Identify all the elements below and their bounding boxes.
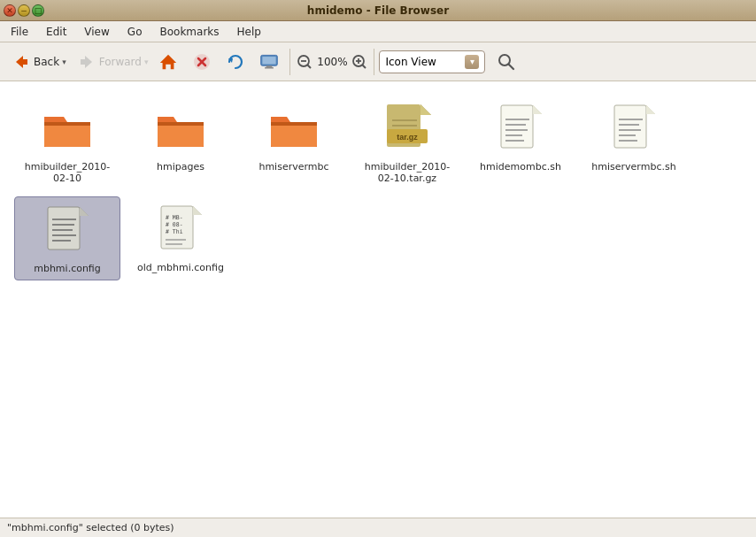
home-icon xyxy=(158,52,178,72)
reload-icon xyxy=(226,52,245,72)
file-item-mbhmi-config[interactable]: mbhmi.config xyxy=(14,196,120,280)
stop-button[interactable] xyxy=(186,49,218,75)
folder-icon-hmibuilder xyxy=(39,101,96,157)
forward-button[interactable]: Forward ▾ xyxy=(71,49,151,75)
search-button[interactable] xyxy=(494,50,519,74)
svg-rect-11 xyxy=(266,65,273,67)
folder-icon-hmipages xyxy=(152,101,209,157)
script-icon-hmidemombc xyxy=(492,101,549,157)
view-dropdown-arrow-icon: ▾ xyxy=(465,55,479,69)
file-item-old-mbhmi-config[interactable]: # MB- # 08- # Thi old_mbhmi.config xyxy=(127,196,234,280)
svg-rect-25 xyxy=(158,124,204,147)
file-item-hmiservermbc-sh[interactable]: hmiservermbc.sh xyxy=(581,96,687,189)
svg-rect-43 xyxy=(614,105,646,148)
file-label-hmidemombc: hmidemombc.sh xyxy=(480,161,561,173)
svg-text:# Thi: # Thi xyxy=(166,228,183,235)
svg-line-19 xyxy=(362,65,366,68)
svg-marker-61 xyxy=(193,206,202,215)
svg-rect-51 xyxy=(48,207,80,249)
menu-bookmarks[interactable]: Bookmarks xyxy=(152,24,226,40)
separator-1 xyxy=(289,49,290,75)
forward-dropdown-arrow[interactable]: ▾ xyxy=(144,58,149,66)
separator-2 xyxy=(374,49,374,75)
zoom-level: 100% xyxy=(316,56,348,68)
back-dropdown-arrow[interactable]: ▾ xyxy=(62,58,66,66)
computer-icon xyxy=(259,52,279,72)
file-label-hmiservermbc: hmiservermbc xyxy=(258,161,328,173)
zoom-controls: 100% xyxy=(295,52,369,72)
svg-text:# MB-: # MB- xyxy=(166,214,183,221)
svg-marker-30 xyxy=(420,104,431,115)
status-text: "mbhmi.config" selected (0 bytes) xyxy=(7,522,174,533)
minimize-button[interactable]: − xyxy=(18,4,30,17)
close-button[interactable]: ✕ xyxy=(4,4,16,17)
svg-marker-37 xyxy=(533,105,542,114)
svg-marker-53 xyxy=(80,207,89,216)
file-label-hmiservermbc-sh: hmiservermbc.sh xyxy=(591,161,675,173)
svg-text:# 08-: # 08- xyxy=(166,221,183,228)
script-icon-hmiservermbc xyxy=(606,101,662,157)
svg-rect-35 xyxy=(501,105,533,148)
forward-label: Forward xyxy=(99,56,142,68)
file-label-hmibuilder-targz: hmibuilder_2010-02-10.tar.gz xyxy=(359,161,456,184)
svg-rect-23 xyxy=(44,124,90,147)
file-item-hmibuilder[interactable]: hmibuilder_2010-02-10 xyxy=(14,96,120,189)
menu-edit[interactable]: Edit xyxy=(39,24,73,40)
status-bar: "mbhmi.config" selected (0 bytes) xyxy=(0,518,756,537)
reload-button[interactable] xyxy=(220,49,251,75)
stop-icon xyxy=(192,52,212,72)
svg-text:tar.gz: tar.gz xyxy=(397,133,418,142)
menu-view[interactable]: View xyxy=(77,24,116,40)
back-button[interactable]: Back ▾ xyxy=(5,49,69,75)
svg-line-15 xyxy=(307,65,311,68)
zoom-out-button[interactable] xyxy=(295,52,314,72)
forward-icon xyxy=(77,52,96,72)
menu-bar: File Edit View Go Bookmarks Help xyxy=(0,21,756,42)
folder-icon-hmiservermbc xyxy=(266,101,322,157)
file-area: hmibuilder_2010-02-10 hmipages hmiserver… xyxy=(0,81,756,518)
file-item-hmibuilder-targz[interactable]: tar.gz hmibuilder_2010-02-10.tar.gz xyxy=(354,96,460,189)
svg-marker-45 xyxy=(646,105,655,114)
location-button[interactable] xyxy=(253,49,285,75)
zoom-in-button[interactable] xyxy=(350,52,369,72)
window-title: hmidemo - File Browser xyxy=(307,4,449,17)
maximize-button[interactable]: □ xyxy=(32,4,44,17)
minimize-icon: − xyxy=(20,6,27,15)
svg-rect-3 xyxy=(81,59,88,65)
back-icon xyxy=(12,52,31,72)
file-label-old-mbhmi-config: old_mbhmi.config xyxy=(137,262,224,273)
search-icon xyxy=(497,52,516,72)
title-bar: ✕ − □ hmidemo - File Browser xyxy=(0,0,756,21)
file-label-hmipages: hmipages xyxy=(157,161,204,173)
view-dropdown-label: Icon View xyxy=(385,56,436,68)
file-item-hmiservermbc[interactable]: hmiservermbc xyxy=(241,96,347,189)
config-icon-mbhmi xyxy=(39,203,96,259)
svg-line-21 xyxy=(509,64,514,69)
svg-rect-10 xyxy=(263,57,276,64)
config-icon-old-mbhmi: # MB- # 08- # Thi xyxy=(152,202,209,258)
home-button[interactable] xyxy=(152,49,184,75)
svg-marker-4 xyxy=(160,54,176,69)
menu-help[interactable]: Help xyxy=(230,24,268,40)
svg-rect-27 xyxy=(271,124,317,147)
window-controls[interactable]: ✕ − □ xyxy=(4,4,44,17)
view-dropdown[interactable]: Icon View ▾ xyxy=(379,50,485,73)
svg-rect-12 xyxy=(265,66,274,68)
svg-rect-1 xyxy=(20,59,27,65)
menu-file[interactable]: File xyxy=(4,24,35,40)
menu-go[interactable]: Go xyxy=(120,24,150,40)
file-label-mbhmi-config: mbhmi.config xyxy=(34,263,101,274)
toolbar: Back ▾ Forward ▾ xyxy=(0,42,756,81)
back-label: Back xyxy=(34,56,59,68)
archive-icon-hmibuilder: tar.gz xyxy=(379,101,436,157)
file-item-hmidemombc[interactable]: hmidemombc.sh xyxy=(467,96,574,189)
maximize-icon: □ xyxy=(35,6,42,15)
file-label-hmibuilder: hmibuilder_2010-02-10 xyxy=(19,161,116,184)
close-icon: ✕ xyxy=(6,6,13,15)
file-item-hmipages[interactable]: hmipages xyxy=(127,96,234,189)
